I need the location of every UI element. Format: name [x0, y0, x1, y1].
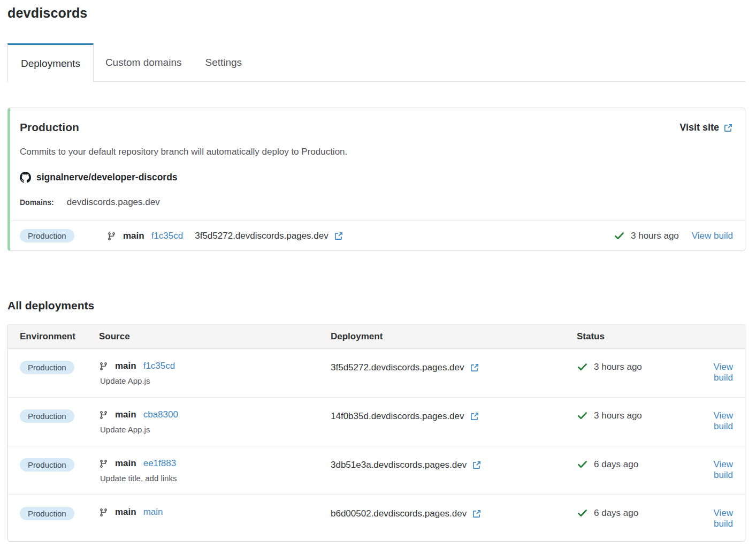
- view-build-link[interactable]: View build: [713, 508, 733, 529]
- branch-name: main: [115, 409, 136, 420]
- visit-site-link[interactable]: Visit site: [679, 122, 733, 133]
- deployment-url-external-link[interactable]: [470, 363, 479, 373]
- deployment-url: 3f5d5272.devdiscords.pages.dev: [331, 362, 464, 373]
- deployment-row: Production main main b6d00502.devdiscord…: [8, 495, 745, 541]
- status-time: 3 hours ago: [594, 410, 642, 421]
- production-description: Commits to your default repository branc…: [20, 147, 733, 157]
- branch-name: main: [115, 507, 136, 518]
- domains-label: Domains:: [20, 198, 54, 207]
- status-time: 3 hours ago: [631, 231, 679, 241]
- tab-custom-domains[interactable]: Custom domains: [94, 43, 194, 81]
- environment-badge: Production: [20, 409, 74, 423]
- check-icon: [577, 507, 588, 519]
- tab-bar: Deployments Custom domains Settings: [7, 43, 745, 82]
- column-header-deployment: Deployment: [323, 331, 569, 342]
- deployment-url-external-link[interactable]: [472, 509, 482, 519]
- external-link-icon: [470, 412, 479, 421]
- commit-link[interactable]: f1c35cd: [143, 361, 175, 371]
- production-card-title: Production: [20, 121, 79, 134]
- column-header-status: Status: [569, 331, 687, 342]
- external-link-icon: [334, 231, 343, 241]
- all-deployments-title: All deployments: [7, 299, 745, 312]
- repo-name: signalnerve/developer-discords: [36, 172, 178, 183]
- git-branch-icon: [99, 508, 108, 517]
- view-build-link[interactable]: View build: [713, 410, 733, 431]
- production-card: Production Visit site Commits to your de…: [7, 108, 745, 251]
- branch-name: main: [115, 361, 136, 371]
- branch-name: main: [115, 458, 136, 469]
- commit-message: Update App.js: [100, 376, 323, 385]
- git-branch-icon: [99, 410, 108, 420]
- commit-link[interactable]: ee1f883: [143, 458, 176, 469]
- status-time: 3 hours ago: [594, 362, 642, 372]
- visit-site-label: Visit site: [679, 122, 719, 133]
- deployment-row: Production main cba8300 Update App.js 14…: [8, 398, 745, 446]
- git-branch-icon: [99, 459, 108, 468]
- environment-badge: Production: [20, 458, 74, 472]
- repo-link[interactable]: signalnerve/developer-discords: [20, 172, 733, 183]
- commit-link[interactable]: cba8300: [143, 409, 178, 420]
- pages-project-page: devdiscords Deployments Custom domains S…: [0, 0, 756, 542]
- view-build-link[interactable]: View build: [692, 231, 733, 241]
- domains-value: devdiscords.pages.dev: [67, 197, 160, 208]
- environment-badge: Production: [20, 507, 74, 520]
- table-body: Production main f1c35cd Update App.js 3f…: [8, 349, 745, 541]
- deployments-table: Environment Source Deployment Status Pro…: [7, 324, 745, 542]
- check-icon: [577, 410, 588, 421]
- tab-deployments[interactable]: Deployments: [7, 43, 94, 82]
- deployment-url-external-link[interactable]: [334, 231, 343, 241]
- external-link-icon: [472, 460, 482, 470]
- column-header-source: Source: [91, 331, 323, 342]
- column-header-environment: Environment: [8, 331, 91, 342]
- deployment-row: Production main f1c35cd Update App.js 3f…: [8, 349, 745, 398]
- deployment-url-external-link[interactable]: [472, 460, 482, 470]
- page-title: devdiscords: [7, 5, 745, 21]
- commit-message: Update title, add links: [100, 474, 323, 483]
- check-icon: [577, 459, 588, 470]
- external-link-icon: [723, 123, 733, 133]
- external-link-icon: [470, 363, 479, 372]
- view-build-link[interactable]: View build: [713, 362, 733, 383]
- deployment-url-external-link[interactable]: [470, 412, 479, 422]
- environment-badge: Production: [20, 361, 74, 374]
- environment-badge: Production: [20, 229, 74, 242]
- view-build-link[interactable]: View build: [713, 459, 733, 480]
- check-icon: [614, 230, 625, 241]
- external-link-icon: [472, 509, 482, 519]
- commit-link[interactable]: main: [143, 507, 163, 518]
- deployment-url: 14f0b35d.devdiscords.pages.dev: [331, 411, 464, 422]
- git-branch-icon: [107, 232, 116, 241]
- table-header-row: Environment Source Deployment Status: [8, 324, 745, 349]
- branch-name: main: [123, 231, 144, 241]
- tab-settings[interactable]: Settings: [193, 43, 254, 81]
- check-icon: [577, 361, 588, 372]
- git-branch-icon: [99, 362, 108, 371]
- deployment-url: 3db51e3a.devdiscords.pages.dev: [331, 460, 467, 470]
- status-time: 6 days ago: [594, 508, 638, 519]
- commit-message: Update App.js: [100, 425, 323, 434]
- deployment-url: 3f5d5272.devdiscords.pages.dev: [195, 231, 329, 241]
- deployment-row: Production main ee1f883 Update title, ad…: [8, 446, 745, 495]
- github-icon: [20, 172, 31, 183]
- production-deployment-row: Production main f1c35cd 3f5d5272.devdisc…: [10, 221, 745, 250]
- commit-link[interactable]: f1c35cd: [151, 231, 184, 241]
- domains-row: Domains: devdiscords.pages.dev: [20, 197, 733, 208]
- status-time: 6 days ago: [594, 459, 638, 470]
- deployment-url: b6d00502.devdiscords.pages.dev: [331, 508, 467, 519]
